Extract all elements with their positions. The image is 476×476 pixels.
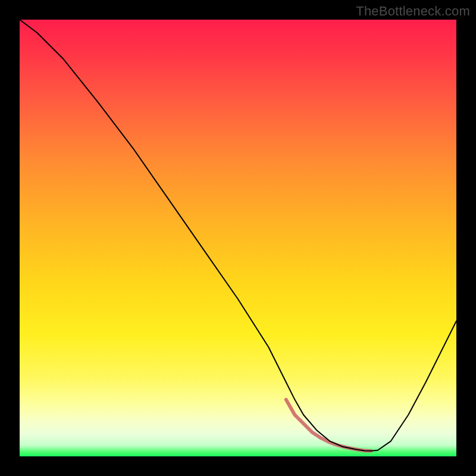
plot-area bbox=[20, 20, 456, 456]
bottleneck-curve-line bbox=[20, 20, 456, 451]
chart-svg bbox=[20, 20, 456, 456]
chart-container: TheBottleneck.com bbox=[0, 0, 476, 476]
watermark-text: TheBottleneck.com bbox=[356, 4, 470, 19]
